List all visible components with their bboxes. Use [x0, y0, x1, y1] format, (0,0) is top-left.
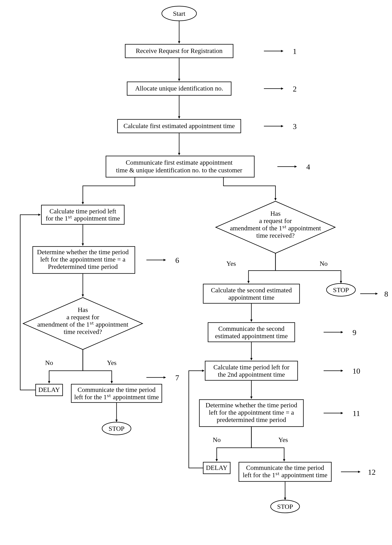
step-9-label-a: Communicate the second: [218, 325, 285, 332]
start-label: Start: [173, 10, 186, 17]
step-6-label-a: Determine whether the time period: [37, 248, 129, 255]
flowchart: Start Receive Request for Registration 1…: [0, 0, 392, 545]
step-4-label-a: Communicate first estimate appointment: [126, 159, 233, 166]
delay-left-label: DELAY: [38, 386, 60, 393]
step-3-num: 3: [293, 122, 297, 131]
step-8-label-b: appointment time: [229, 294, 274, 301]
left-yes: Yes: [107, 359, 116, 366]
left-decision-l3: amendment of the 1ˢᵗ appointment: [37, 321, 129, 328]
step-10-label-b: the 2nd appointment time: [218, 371, 285, 378]
step-12-label-a: Communicate the time period: [246, 464, 324, 471]
stop-left-label: STOP: [109, 425, 125, 432]
right-decision-l1: Has: [270, 210, 281, 217]
step-5-label-a: Calculate time period left: [50, 208, 116, 215]
step-11-label-b: left for the appointment time = a: [209, 409, 294, 416]
stop-final-label: STOP: [277, 503, 293, 510]
right-decision-l4: time received?: [256, 232, 294, 239]
left-decision-l1: Has: [78, 306, 88, 313]
step-10-num: 10: [353, 367, 360, 375]
step-2-label: Allocate unique identification no.: [135, 85, 223, 92]
delay-right-label: DELAY: [206, 464, 228, 471]
step-11-label-a: Determine whether the time period: [205, 402, 297, 409]
right-decision-l3: amendment of the 1ˢᵗ appointment: [230, 224, 321, 232]
r11-no: No: [213, 436, 221, 443]
step-10-label-a: Calculate time period left for: [213, 364, 290, 371]
step-4-label-b: time & unique identification no. to the …: [116, 167, 242, 174]
step-12-num: 12: [368, 468, 376, 477]
step-8-label-a: Calculate the second estimated: [211, 287, 292, 294]
r11-yes: Yes: [278, 436, 288, 443]
step-11-label-c: predetermined time period: [217, 416, 286, 423]
step-12-label-b: left for the 1ˢᵗ appointment time: [243, 471, 327, 479]
step-6-num: 6: [175, 256, 179, 265]
step-3-label: Calculate first estimated appointment ti…: [124, 122, 235, 130]
left-decision-l4: time received?: [63, 328, 102, 335]
step-7-label-a: Communicate the time period: [77, 386, 156, 393]
step-4-num: 4: [306, 162, 310, 171]
step-2-num: 2: [293, 85, 297, 93]
step-5-label-b: for the 1ˢᵗ appointment time: [46, 215, 120, 222]
left-no: No: [45, 359, 53, 366]
step-1-num: 1: [293, 47, 297, 56]
stop-right-no-label: STOP: [333, 286, 349, 293]
step-6-label-b: left for the appointment time = a: [40, 256, 125, 263]
step-9-label-b: estimated appointment time: [215, 332, 288, 340]
step-1-label: Receive Request for Registration: [136, 47, 223, 54]
right-yes: Yes: [226, 260, 236, 267]
step-11-num: 11: [353, 409, 360, 418]
step-6-label-c: Predetermined time period: [48, 263, 118, 270]
step-9-num: 9: [353, 328, 356, 337]
step-8-num: 8: [384, 290, 388, 298]
step-7-label-b: left for the 1ˢᵗ appointment time: [74, 393, 159, 401]
right-decision-l2: a request for: [259, 217, 292, 224]
left-decision-l2: a request for: [67, 314, 100, 321]
right-no: No: [320, 260, 328, 267]
step-7-num: 7: [175, 373, 179, 382]
